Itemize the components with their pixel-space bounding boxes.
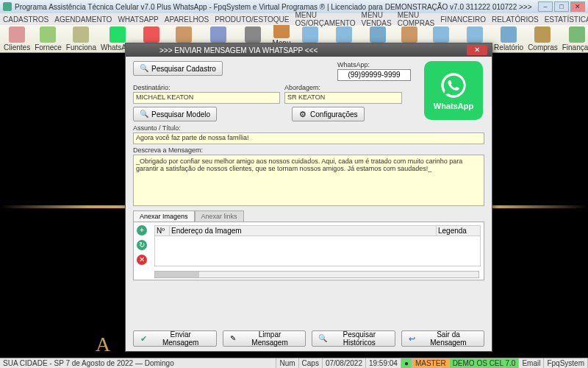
toolbar-icon (336, 26, 352, 43)
toolbar-icon (40, 26, 56, 43)
abordagem-label: Abordagem: (284, 84, 402, 91)
delete-image-button[interactable]: ✕ (137, 255, 147, 265)
window-title: Programa Assistência Técnica Celular v7.… (15, 3, 538, 11)
toolbar-label: Fornece (35, 43, 62, 52)
toolbar-label: Compras (528, 43, 558, 52)
status-master: MASTER (412, 358, 450, 368)
menu-produto/estoque[interactable]: PRODUTO/ESTOQUE (215, 15, 289, 24)
status-location: SUA CIDADE - SP 7 de Agosto de 2022 — Do… (0, 358, 276, 368)
search-modelo-button[interactable]: Pesquisar Modelo (133, 107, 217, 121)
toolbar-fornece[interactable]: Fornece (32, 26, 64, 52)
whatsapp-label: WhatsApp (434, 102, 473, 110)
destinatario-field[interactable]: MICHAEL KEATON (133, 92, 280, 104)
toolbar-icon (534, 26, 551, 43)
menu-relatórios[interactable]: RELATÓRIOS (492, 15, 539, 24)
toolbar-icon (143, 26, 159, 43)
toolbar-relatório[interactable]: Relatório (492, 26, 526, 52)
image-list[interactable]: Nº Endereço da Imagem Legenda (154, 225, 481, 266)
toolbar-icon (110, 26, 126, 43)
app-icon (3, 2, 12, 11)
toolbar-icon (370, 26, 386, 43)
gear-icon (298, 110, 307, 118)
status-caps: Caps (299, 358, 323, 368)
add-image-button[interactable]: + (137, 225, 147, 236)
brush-icon (229, 334, 238, 343)
toolbar-icon (501, 26, 517, 43)
whatsapp-number-field[interactable]: (99)99999-9999 (337, 69, 411, 81)
toolbar-icon (9, 26, 25, 43)
status-indicator-1: ● (401, 358, 412, 368)
assunto-field[interactable]: Agora você faz parte de nossa família! (133, 132, 484, 144)
toolbar-label: Finanças (562, 43, 588, 52)
toolbar-icon (273, 25, 290, 38)
col-endereco: Endereço da Imagem (170, 226, 436, 236)
search-icon (140, 110, 148, 118)
destinatario-label: Destinatário: (133, 84, 280, 91)
minimize-button[interactable]: – (538, 1, 553, 12)
attach-images-pane: + ↻ ✕ Nº Endereço da Imagem Legenda (133, 222, 484, 280)
dialog-titlebar: >>> ENVIAR MENSAGEM VIA WHATSAPP <<< ✕ (126, 43, 492, 57)
toolbar-finanças[interactable]: Finanças (560, 26, 588, 52)
menu-financeiro[interactable]: FINANCEIRO (440, 15, 486, 24)
tab-anexar-imagens[interactable]: Anexar Imagens (133, 210, 195, 222)
whatsapp-number-label: WhatsApp: (337, 61, 418, 68)
exit-icon (408, 334, 416, 343)
status-fpq[interactable]: FpqSystem (544, 358, 588, 368)
assunto-label: Assunto / Título: (133, 124, 484, 132)
toolbar-compras[interactable]: Compras (526, 26, 560, 52)
toolbar-icon (433, 26, 449, 43)
whatsapp-logo-badge: WhatsApp (424, 61, 483, 120)
toolbar-icon (467, 26, 483, 43)
enviar-button[interactable]: Enviar Mensagem (133, 330, 217, 347)
toolbar-label: Funciona (66, 43, 96, 52)
toolbar-icon (401, 26, 417, 43)
mensagem-label: Descreva a Mensagem: (133, 146, 484, 154)
check-icon (140, 334, 148, 343)
menu-whatsapp[interactable]: WHATSAPP (118, 15, 158, 24)
menu-estatística[interactable]: ESTATÍSTICA (545, 15, 588, 24)
search-cadastro-button[interactable]: Pesquisar Cadastro (133, 61, 223, 76)
status-num: Num (276, 358, 298, 368)
menubar: CADASTROSAGENDAMENTOWHATSAPPAPARELHOSPRO… (0, 13, 588, 25)
search-icon (318, 334, 327, 343)
config-button[interactable]: Configurações (292, 107, 364, 121)
limpar-button[interactable]: Limpar Mensagem (223, 330, 306, 347)
menu-aparelhos[interactable]: APARELHOS (165, 15, 209, 24)
whatsapp-dialog: >>> ENVIAR MENSAGEM VIA WHATSAPP <<< ✕ W… (125, 43, 492, 352)
historicos-button[interactable]: Pesquisar Históricos (312, 330, 395, 347)
statusbar: SUA CIDADE - SP 7 de Agosto de 2022 — Do… (0, 358, 588, 368)
abordagem-field[interactable]: SR KEATON (284, 92, 402, 104)
whatsapp-icon (439, 71, 468, 100)
toolbar-icon (176, 26, 192, 43)
tab-anexar-links[interactable]: Anexar links (195, 210, 244, 222)
menu-cadastros[interactable]: CADASTROS (3, 15, 49, 24)
menu-agendamento[interactable]: AGENDAMENTO (54, 15, 112, 24)
toolbar-icon (73, 26, 89, 43)
toolbar-icon (569, 26, 585, 43)
status-time: 19:59:04 (366, 358, 401, 368)
col-legenda: Legenda (436, 226, 480, 236)
toolbar-clientes[interactable]: Clientes (1, 26, 32, 52)
dialog-close-button[interactable]: ✕ (467, 45, 487, 55)
toolbar-label: Relatório (494, 43, 523, 52)
dialog-title: >>> ENVIAR MENSAGEM VIA WHATSAPP <<< (130, 46, 467, 54)
refresh-image-button[interactable]: ↻ (137, 240, 147, 250)
window-close-button[interactable]: ✕ (570, 1, 585, 12)
toolbar-icon (245, 26, 261, 43)
toolbar-icon (302, 26, 318, 43)
toolbar-funciona[interactable]: Funciona (64, 26, 98, 52)
horizontal-scrollbar[interactable] (154, 271, 479, 278)
maximize-button[interactable]: □ (554, 1, 569, 12)
toolbar-label: Clientes (4, 43, 30, 52)
sair-button[interactable]: Sair da Mensagem (401, 330, 485, 347)
status-email[interactable]: Email (519, 358, 544, 368)
search-icon (140, 64, 148, 73)
window-titlebar: Programa Assistência Técnica Celular v7.… (0, 0, 588, 13)
status-date: 07/08/2022 (323, 358, 366, 368)
mensagem-textarea[interactable] (133, 155, 484, 206)
gold-letter: A (96, 333, 110, 356)
col-numero: Nº (155, 226, 170, 236)
status-demo: DEMO OS CEL 7.0 (450, 358, 520, 368)
toolbar-icon (210, 26, 226, 43)
